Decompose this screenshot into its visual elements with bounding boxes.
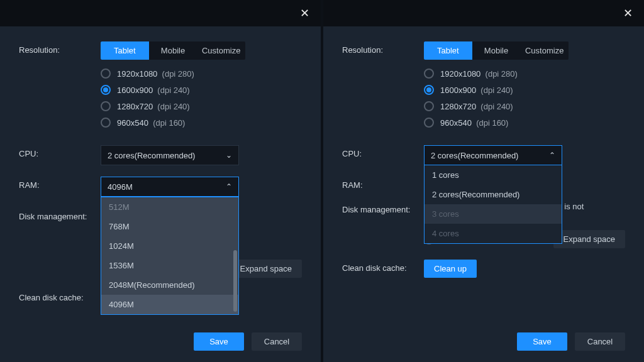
cpu-option[interactable]: 1 cores [425, 165, 562, 185]
cpu-value: 2 cores(Recommended) [431, 151, 518, 160]
resolution-option[interactable]: 1920x1080 (dpi 280) [101, 69, 302, 79]
ram-option[interactable]: 1024M [101, 236, 238, 256]
chevron-down-icon: ⌄ [226, 151, 232, 160]
close-icon[interactable]: ✕ [293, 2, 316, 25]
cpu-label: CPU: [19, 145, 101, 158]
resolution-option[interactable]: 1920x1080 (dpi 280) [424, 69, 625, 79]
radio-icon [424, 118, 434, 128]
disk-label: Disk management: [342, 201, 424, 214]
ram-select[interactable]: 4096M ⌃ [101, 177, 239, 197]
clean-label: Clean disk cache: [342, 260, 424, 273]
ram-option[interactable]: 4096M [101, 295, 238, 314]
cpu-dropdown: 1 cores 2 cores(Recommended) 3 cores 4 c… [424, 165, 562, 244]
close-icon[interactable]: ✕ [616, 2, 639, 25]
save-button[interactable]: Save [517, 332, 567, 351]
ram-option[interactable]: 768M [101, 217, 238, 236]
resolution-options: 1920x1080 (dpi 280) 1600x900 (dpi 240) 1… [101, 69, 302, 128]
expand-space-button[interactable]: Expand space [230, 260, 302, 278]
ram-option[interactable]: 1536M [101, 256, 238, 275]
content: Resolution: Tablet Mobile Customize 1920… [0, 26, 321, 321]
ram-label: RAM: [19, 177, 101, 190]
resolution-tabs: Tablet Mobile Customize [101, 41, 245, 60]
chevron-up-icon: ⌃ [226, 182, 232, 191]
radio-icon [101, 101, 111, 111]
tab-tablet[interactable]: Tablet [101, 41, 149, 60]
expand-space-button[interactable]: Expand space [553, 230, 625, 248]
cpu-value: 2 cores(Recommended) [108, 151, 195, 160]
ram-dropdown: 512M 768M 1024M 1536M 2048M(Recommended)… [101, 197, 239, 315]
disk-label: Disk management: [19, 208, 101, 221]
resolution-options: 1920x1080 (dpi 280) 1600x900 (dpi 240) 1… [424, 69, 625, 128]
titlebar: ✕ [323, 0, 644, 26]
ram-label: RAM: [342, 177, 424, 190]
resolution-option[interactable]: 1280x720 (dpi 240) [101, 101, 302, 111]
tab-mobile[interactable]: Mobile [149, 41, 197, 60]
radio-icon [101, 69, 111, 79]
radio-icon [424, 85, 434, 95]
ram-option[interactable]: 512M [101, 197, 238, 217]
settings-panel-right: ✕ Resolution: Tablet Mobile Customize 19… [323, 0, 644, 362]
save-button[interactable]: Save [194, 332, 244, 351]
resolution-option[interactable]: 960x540 (dpi 160) [101, 118, 302, 128]
cpu-option[interactable]: 3 cores [425, 204, 562, 224]
cpu-select[interactable]: 2 cores(Recommended) ⌃ [424, 145, 562, 165]
clean-label: Clean disk cache: [19, 289, 101, 302]
resolution-tabs: Tablet Mobile Customize [424, 41, 569, 60]
ram-value: 4096M [108, 182, 133, 192]
radio-icon [101, 85, 111, 95]
resolution-option[interactable]: 1600x900 (dpi 240) [101, 85, 302, 95]
tab-customize[interactable]: Customize [520, 41, 569, 60]
cancel-button[interactable]: Cancel [252, 332, 302, 351]
footer: Save Cancel [323, 321, 644, 362]
settings-panel-left: ✕ Resolution: Tablet Mobile Customize 19… [0, 0, 321, 362]
tab-tablet[interactable]: Tablet [424, 41, 472, 60]
resolution-option[interactable]: 960x540 (dpi 160) [424, 118, 625, 128]
cancel-button[interactable]: Cancel [575, 332, 625, 351]
resolution-option[interactable]: 1280x720 (dpi 240) [424, 101, 625, 111]
cpu-select[interactable]: 2 cores(Recommended) ⌄ [101, 145, 239, 165]
ram-option[interactable]: 2048M(Recommended) [101, 275, 238, 295]
footer: Save Cancel [0, 321, 321, 362]
scrollbar[interactable] [233, 200, 237, 312]
tab-mobile[interactable]: Mobile [472, 41, 521, 60]
resolution-label: Resolution: [19, 41, 101, 55]
cpu-option[interactable]: 2 cores(Recommended) [425, 185, 562, 204]
radio-icon [424, 69, 434, 79]
content: Resolution: Tablet Mobile Customize 1920… [323, 26, 644, 321]
tab-customize[interactable]: Customize [197, 41, 245, 60]
cpu-option[interactable]: 4 cores [425, 224, 562, 243]
radio-icon [101, 118, 111, 128]
titlebar: ✕ [0, 0, 321, 26]
resolution-option[interactable]: 1600x900 (dpi 240) [424, 85, 625, 95]
chevron-up-icon: ⌃ [549, 151, 555, 160]
clean-up-button[interactable]: Clean up [424, 260, 477, 278]
resolution-label: Resolution: [342, 41, 424, 55]
radio-icon [424, 101, 434, 111]
cpu-label: CPU: [342, 145, 424, 158]
